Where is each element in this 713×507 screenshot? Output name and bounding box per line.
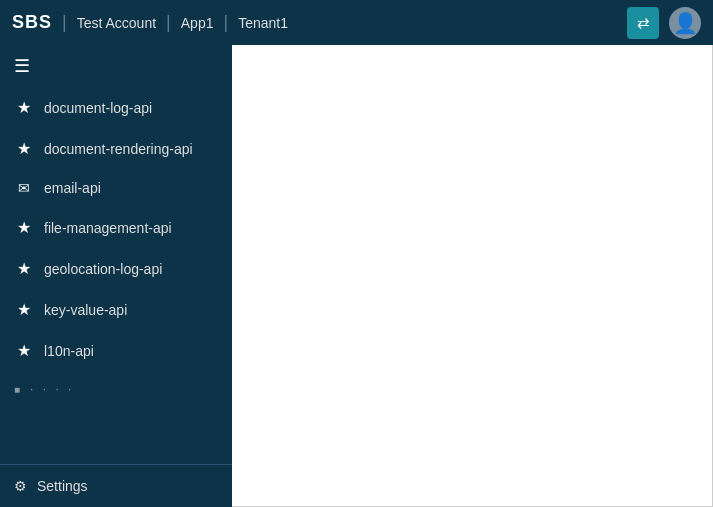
switch-button[interactable]: ⇄ bbox=[627, 7, 659, 39]
sidebar-item-label: l10n-api bbox=[44, 343, 94, 359]
sidebar-item-key-value-api[interactable]: ★ key-value-api bbox=[0, 289, 232, 330]
sidebar-item-partial[interactable]: ■ · · · · bbox=[0, 371, 232, 407]
avatar-icon: 👤 bbox=[673, 13, 698, 33]
sidebar-bottom: ⚙ Settings bbox=[0, 464, 232, 507]
sep1: | bbox=[62, 12, 67, 33]
settings-item[interactable]: ⚙ Settings bbox=[0, 465, 232, 507]
tenant-label: Tenant1 bbox=[238, 15, 288, 31]
sidebar-item-label: key-value-api bbox=[44, 302, 127, 318]
app-label: App1 bbox=[181, 15, 214, 31]
sidebar-item-label: file-management-api bbox=[44, 220, 172, 236]
partial-icon: ■ bbox=[14, 384, 20, 395]
sidebar-item-email-api[interactable]: ✉ email-api bbox=[0, 169, 232, 207]
main-content bbox=[232, 45, 713, 507]
sidebar-item-document-log-api[interactable]: ★ document-log-api bbox=[0, 87, 232, 128]
sidebar: ☰ ★ document-log-api ★ document-renderin… bbox=[0, 45, 232, 507]
star-icon: ★ bbox=[14, 98, 34, 117]
menu-toggle-button[interactable]: ☰ bbox=[0, 45, 232, 87]
header: SBS | Test Account | App1 | Tenant1 ⇄ 👤 bbox=[0, 0, 713, 45]
sep2: | bbox=[166, 12, 171, 33]
star-icon: ★ bbox=[14, 218, 34, 237]
star-icon: ★ bbox=[14, 341, 34, 360]
sidebar-item-document-rendering-api[interactable]: ★ document-rendering-api bbox=[0, 128, 232, 169]
sidebar-item-label: email-api bbox=[44, 180, 101, 196]
sidebar-item-geolocation-log-api[interactable]: ★ geolocation-log-api bbox=[0, 248, 232, 289]
sidebar-item-l10n-api[interactable]: ★ l10n-api bbox=[0, 330, 232, 371]
hamburger-icon: ☰ bbox=[14, 56, 30, 76]
switch-icon: ⇄ bbox=[637, 14, 650, 32]
star-icon: ★ bbox=[14, 139, 34, 158]
settings-label: Settings bbox=[37, 478, 88, 494]
sidebar-item-label: geolocation-log-api bbox=[44, 261, 162, 277]
sidebar-item-label: document-rendering-api bbox=[44, 141, 193, 157]
sidebar-item-label: · · · · bbox=[30, 382, 74, 396]
logo: SBS bbox=[12, 12, 52, 33]
sidebar-item-file-management-api[interactable]: ★ file-management-api bbox=[0, 207, 232, 248]
star-icon: ★ bbox=[14, 259, 34, 278]
sep3: | bbox=[223, 12, 228, 33]
sidebar-item-label: document-log-api bbox=[44, 100, 152, 116]
avatar[interactable]: 👤 bbox=[669, 7, 701, 39]
account-label: Test Account bbox=[77, 15, 156, 31]
settings-icon: ⚙ bbox=[14, 478, 27, 494]
email-icon: ✉ bbox=[14, 180, 34, 196]
star-icon: ★ bbox=[14, 300, 34, 319]
